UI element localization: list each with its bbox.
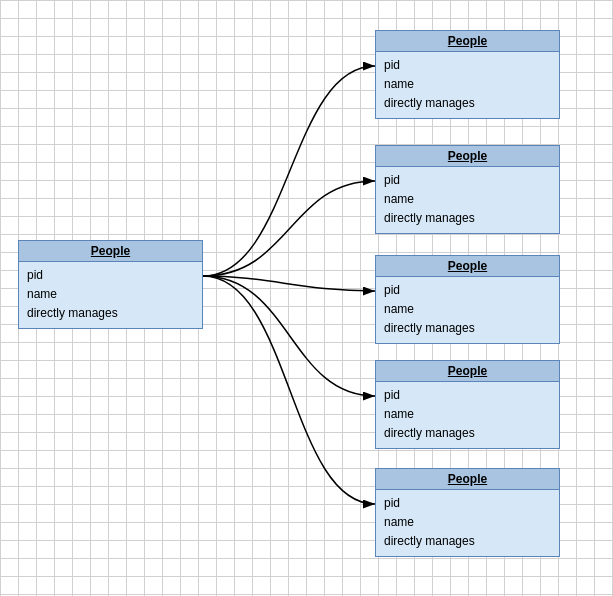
entity-right-1-body: pid name directly manages — [376, 52, 559, 118]
entity-right-2-header: People — [376, 146, 559, 167]
field-name: name — [384, 75, 551, 94]
field-name: name — [27, 285, 194, 304]
arrow-to-box4 — [203, 276, 375, 396]
field-name: name — [384, 190, 551, 209]
entity-right-2-body: pid name directly manages — [376, 167, 559, 233]
field-pid: pid — [384, 171, 551, 190]
entity-right-3-header: People — [376, 256, 559, 277]
entity-right-5: People pid name directly manages — [375, 468, 560, 557]
entity-right-4: People pid name directly manages — [375, 360, 560, 449]
field-pid: pid — [27, 266, 194, 285]
arrow-to-box5 — [203, 276, 375, 504]
entity-left: People pid name directly manages — [18, 240, 203, 329]
entity-left-body: pid name directly manages — [19, 262, 202, 328]
diagram-canvas: People pid name directly manages People … — [0, 0, 613, 596]
field-pid: pid — [384, 494, 551, 513]
arrow-to-box3 — [203, 276, 375, 291]
entity-right-1: People pid name directly manages — [375, 30, 560, 119]
entity-right-4-body: pid name directly manages — [376, 382, 559, 448]
field-directly-manages: directly manages — [384, 532, 551, 551]
field-name: name — [384, 405, 551, 424]
field-pid: pid — [384, 386, 551, 405]
field-pid: pid — [384, 56, 551, 75]
field-directly-manages: directly manages — [27, 304, 194, 323]
entity-right-1-header: People — [376, 31, 559, 52]
field-pid: pid — [384, 281, 551, 300]
entity-right-4-header: People — [376, 361, 559, 382]
field-name: name — [384, 513, 551, 532]
field-directly-manages: directly manages — [384, 424, 551, 443]
entity-right-5-body: pid name directly manages — [376, 490, 559, 556]
entity-right-3: People pid name directly manages — [375, 255, 560, 344]
entity-right-5-header: People — [376, 469, 559, 490]
arrow-to-box1 — [203, 66, 375, 276]
field-directly-manages: directly manages — [384, 319, 551, 338]
field-name: name — [384, 300, 551, 319]
arrow-to-box2 — [203, 181, 375, 276]
entity-right-2: People pid name directly manages — [375, 145, 560, 234]
entity-left-header: People — [19, 241, 202, 262]
field-directly-manages: directly manages — [384, 94, 551, 113]
entity-right-3-body: pid name directly manages — [376, 277, 559, 343]
field-directly-manages: directly manages — [384, 209, 551, 228]
